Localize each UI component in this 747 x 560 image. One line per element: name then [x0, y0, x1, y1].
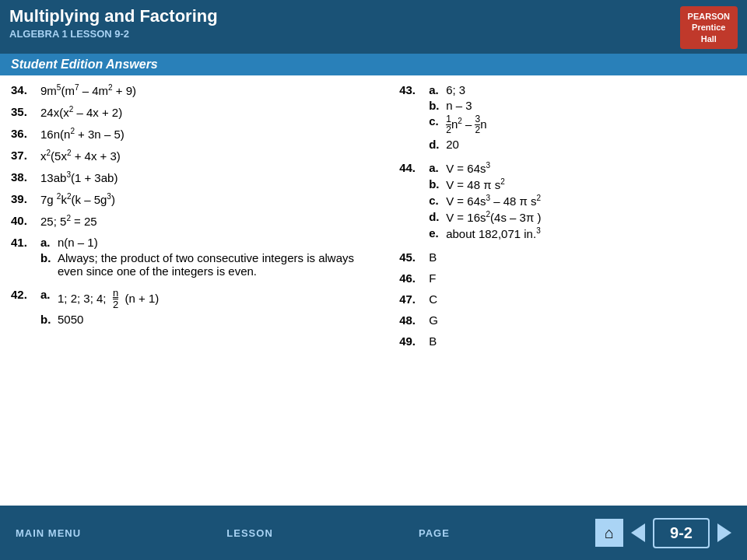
main-menu-button[interactable]: MAIN MENU [16, 527, 81, 539]
answer-49: 49. B [399, 334, 736, 348]
sub-44e: e. about 182,071 in.3 [429, 226, 736, 240]
sub-label-42a: a. [40, 288, 58, 301]
q-content-42: a. 1; 2; 3; 4; n 2 (n + 1) b. 5050 [40, 288, 377, 329]
q-num-45: 45. [399, 250, 429, 264]
sub-content-41b: Always; the product of two consecutive i… [58, 251, 377, 278]
answer-41: 41. a. n(n – 1) b. Always; the product o… [11, 236, 377, 280]
sub-label-44b: b. [429, 177, 446, 191]
q-num-47: 47. [399, 292, 429, 306]
left-column: 34. 9m5(m7 – 4m2 + 9) 35. 24x(x2 – 4x + … [0, 83, 388, 527]
q-content-47: C [429, 292, 736, 306]
answer-37: 37. x2(5x2 + 4x + 3) [11, 149, 377, 163]
answer-40: 40. 25; 52 = 25 [11, 214, 377, 228]
bottom-navigation: MAIN MENU LESSON PAGE ⌂ 9-2 [0, 506, 747, 560]
q-content-49: B [429, 334, 736, 348]
sub-content-43a: 6; 3 [446, 83, 736, 96]
sub-label-44e: e. [429, 226, 446, 240]
q-content-41: a. n(n – 1) b. Always; the product of tw… [40, 236, 377, 280]
q-content-44: a. V = 64s3 b. V = 48 π s2 c. V = 64s3 –… [429, 161, 736, 243]
sub-41a: a. n(n – 1) [40, 236, 377, 249]
answer-45: 45. B [399, 250, 736, 264]
sub-content-44c: V = 64s3 – 48 π s2 [446, 194, 736, 208]
sub-44d: d. V = 16s2(4s – 3π ) [429, 210, 736, 224]
q-num-46: 46. [399, 271, 429, 285]
sub-content-42b: 5050 [58, 313, 377, 326]
q-num-48: 48. [399, 313, 429, 327]
answer-36: 36. 16n(n2 + 3n – 5) [11, 127, 377, 141]
sub-43a: a. 6; 3 [429, 83, 736, 96]
answer-48: 48. G [399, 313, 736, 327]
answer-34: 34. 9m5(m7 – 4m2 + 9) [11, 83, 377, 97]
q-content-48: G [429, 313, 736, 327]
answer-46: 46. F [399, 271, 736, 285]
prev-page-button[interactable] [631, 523, 645, 542]
q-content-46: F [429, 271, 736, 285]
sub-label-43d: d. [429, 138, 446, 151]
q-num-37: 37. [11, 149, 40, 162]
q-content-34: 9m5(m7 – 4m2 + 9) [40, 83, 377, 97]
page-number: 9-2 [653, 518, 710, 548]
sub-43c: c. 1 2 n2 – 3 2 n [429, 114, 736, 135]
sub-label-43b: b. [429, 99, 446, 112]
q-num-42: 42. [11, 288, 40, 301]
sub-content-42a: 1; 2; 3; 4; n 2 (n + 1) [58, 288, 377, 311]
q-num-34: 34. [11, 83, 40, 96]
sub-label-44a: a. [429, 161, 446, 174]
sub-content-44d: V = 16s2(4s – 3π ) [446, 210, 736, 224]
q-content-38: 13ab3(1 + 3ab) [40, 170, 377, 184]
home-button[interactable]: ⌂ [595, 519, 623, 547]
answer-42: 42. a. 1; 2; 3; 4; n 2 (n + 1) b. 5050 [11, 288, 377, 329]
sub-label-42b: b. [40, 313, 58, 326]
sub-label-44d: d. [429, 210, 446, 223]
q-num-38: 38. [11, 170, 40, 184]
header: Multiplying and Factoring ALGEBRA 1 LESS… [0, 0, 747, 54]
page-button[interactable]: PAGE [419, 527, 450, 539]
sub-41b: b. Always; the product of two consecutiv… [40, 251, 377, 278]
q-content-35: 24x(x2 – 4x + 2) [40, 105, 377, 119]
page-title: Multiplying and Factoring [9, 6, 218, 26]
q-num-39: 39. [11, 192, 40, 205]
sub-label-41b: b. [40, 251, 58, 264]
sub-44a: a. V = 64s3 [429, 161, 736, 175]
answers-bar: Student Edition Answers [0, 54, 747, 75]
q-content-45: B [429, 250, 736, 264]
answer-35: 35. 24x(x2 – 4x + 2) [11, 105, 377, 119]
answer-38: 38. 13ab3(1 + 3ab) [11, 170, 377, 184]
q-num-43: 43. [399, 83, 429, 96]
lesson-button[interactable]: LESSON [226, 527, 272, 539]
sub-content-41a: n(n – 1) [58, 236, 377, 249]
answer-47: 47. C [399, 292, 736, 306]
answer-43: 43. a. 6; 3 b. n – 3 c. 1 2 n2 – [399, 83, 736, 153]
sub-43d: d. 20 [429, 138, 736, 151]
sub-43b: b. n – 3 [429, 99, 736, 112]
sub-44b: b. V = 48 π s2 [429, 177, 736, 191]
sub-label-44c: c. [429, 194, 446, 207]
sub-42a: a. 1; 2; 3; 4; n 2 (n + 1) [40, 288, 377, 311]
q-num-40: 40. [11, 214, 40, 227]
page-controls: ⌂ 9-2 [595, 518, 731, 548]
sub-content-44a: V = 64s3 [446, 161, 736, 175]
q-num-41: 41. [11, 236, 40, 249]
q-num-44: 44. [399, 161, 429, 174]
sub-44c: c. V = 64s3 – 48 π s2 [429, 194, 736, 208]
answer-44: 44. a. V = 64s3 b. V = 48 π s2 c. V = 64… [399, 161, 736, 243]
q-num-49: 49. [399, 334, 429, 348]
sub-label-43c: c. [429, 114, 446, 128]
q-content-36: 16n(n2 + 3n – 5) [40, 127, 377, 141]
right-column: 43. a. 6; 3 b. n – 3 c. 1 2 n2 – [388, 83, 747, 527]
answer-39: 39. 7g 2k2(k – 5g3) [11, 192, 377, 206]
lesson-subtitle: ALGEBRA 1 LESSON 9-2 [9, 28, 218, 40]
next-page-button[interactable] [717, 523, 731, 542]
q-num-35: 35. [11, 105, 40, 118]
sub-content-44b: V = 48 π s2 [446, 177, 736, 191]
sub-42b: b. 5050 [40, 313, 377, 326]
sub-label-43a: a. [429, 83, 446, 96]
sub-content-44e: about 182,071 in.3 [446, 226, 736, 240]
q-content-37: x2(5x2 + 4x + 3) [40, 149, 377, 163]
sub-label-41a: a. [40, 236, 58, 249]
main-content: 34. 9m5(m7 – 4m2 + 9) 35. 24x(x2 – 4x + … [0, 75, 747, 534]
pearson-logo: PEARSON Prentice Hall [680, 6, 738, 49]
q-num-36: 36. [11, 127, 40, 140]
q-content-40: 25; 52 = 25 [40, 214, 377, 228]
sub-content-43b: n – 3 [446, 99, 736, 112]
